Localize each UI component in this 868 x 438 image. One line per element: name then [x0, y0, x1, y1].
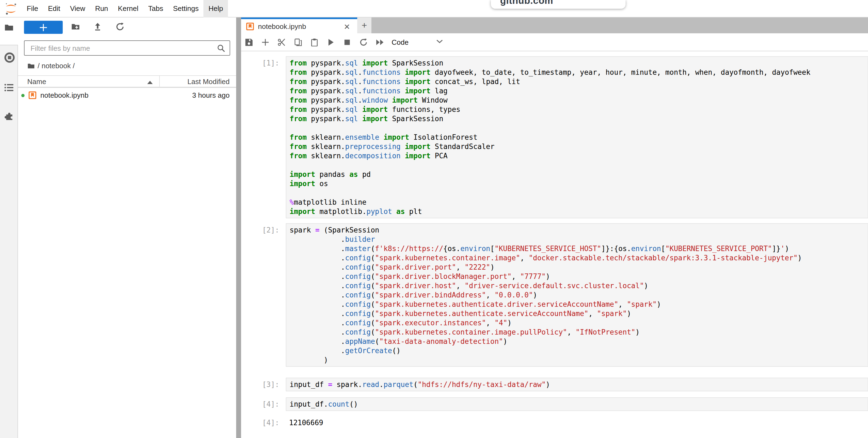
folder-icon — [27, 62, 35, 69]
insert-cell-icon[interactable] — [261, 38, 270, 46]
restart-run-all-icon[interactable] — [376, 38, 384, 46]
panel-splitter[interactable] — [236, 18, 241, 438]
menu-bar: File Edit View Run Kernel Tabs Settings … — [0, 0, 868, 18]
save-icon[interactable] — [245, 38, 253, 46]
sort-ascending-icon — [147, 81, 153, 84]
file-list-header: Name Last Modified — [18, 75, 236, 88]
new-launcher-button[interactable] — [24, 21, 63, 34]
file-name: notebook.ipynb — [40, 91, 88, 99]
code-cell-1: [1]: from pyspark.sql import SparkSessio… — [241, 56, 868, 218]
plus-icon — [39, 23, 48, 31]
dock-tab-bar: notebook.ipynb ✕ + — [241, 18, 868, 33]
copy-icon[interactable] — [294, 38, 302, 46]
file-filter-box — [24, 40, 230, 56]
notebook-file-icon — [246, 22, 254, 30]
paste-icon[interactable] — [310, 38, 318, 46]
menu-view[interactable]: View — [65, 0, 90, 17]
menu-settings[interactable]: Settings — [168, 0, 204, 17]
new-tab-button[interactable]: + — [357, 18, 371, 33]
stop-icon[interactable] — [343, 38, 351, 46]
sidebar-stripe-background — [0, 45, 18, 438]
cell-prompt: [2]: — [241, 223, 279, 235]
notebook-file-icon — [28, 91, 36, 99]
output-value: 12106669 — [286, 418, 323, 427]
menu-file[interactable]: File — [22, 0, 43, 17]
cell-type-value: Code — [392, 38, 408, 47]
output-prompt: [4]: — [241, 418, 279, 427]
restart-icon[interactable] — [360, 38, 368, 46]
file-modified: 3 hours ago — [192, 91, 229, 99]
menu-run[interactable]: Run — [90, 0, 113, 17]
puzzle-icon[interactable] — [4, 111, 14, 121]
upload-icon[interactable] — [93, 22, 102, 31]
search-icon — [217, 44, 225, 52]
cell-input-editor[interactable]: input_df = spark.read.parquet("hdfs://hd… — [286, 378, 868, 391]
cell-output-4: [4]: 12106669 — [241, 418, 868, 427]
notebook-scroll-area[interactable]: [1]: from pyspark.sql import SparkSessio… — [241, 51, 868, 438]
notebook-toolbar: Code — [241, 33, 868, 51]
jupyterlab-window: File Edit View Run Kernel Tabs Settings … — [0, 0, 868, 438]
cell-prompt: [4]: — [241, 397, 279, 409]
cell-prompt: [3]: — [241, 378, 279, 389]
chevron-down-icon — [436, 39, 443, 45]
menu-help[interactable]: Help — [204, 0, 228, 17]
refresh-icon[interactable] — [116, 22, 125, 31]
file-filter-input[interactable] — [29, 43, 217, 53]
cut-icon[interactable] — [278, 38, 286, 46]
menu-edit[interactable]: Edit — [43, 0, 65, 17]
code-cell-4: [4]: input_df.count() — [241, 397, 868, 411]
list-icon[interactable] — [4, 83, 13, 92]
kernel-running-indicator — [21, 94, 25, 97]
github-popup-text: github.com — [491, 0, 626, 6]
tab-notebook[interactable]: notebook.ipynb ✕ — [241, 18, 357, 33]
cell-input-editor[interactable]: spark = (SparkSession .builder .master(f… — [286, 223, 868, 367]
column-last-modified[interactable]: Last Modified — [187, 78, 229, 86]
code-cell-2: [2]: spark = (SparkSession .builder .mas… — [241, 223, 868, 367]
column-name[interactable]: Name — [27, 78, 46, 86]
plus-icon: + — [362, 20, 367, 31]
menu-kernel[interactable]: Kernel — [113, 0, 143, 17]
menu-tabs[interactable]: Tabs — [144, 0, 168, 17]
run-icon[interactable] — [327, 38, 335, 46]
cell-prompt: [1]: — [241, 56, 279, 68]
cell-input-editor[interactable]: from pyspark.sql import SparkSessionfrom… — [286, 56, 868, 218]
github-popup: github.com — [491, 0, 626, 9]
breadcrumb-path: / notebook / — [38, 62, 75, 70]
file-row-notebook[interactable]: notebook.ipynb 3 hours ago — [18, 89, 236, 102]
file-browser-panel: / notebook / Name Last Modified notebook… — [18, 18, 236, 438]
close-icon[interactable]: ✕ — [344, 21, 350, 32]
sidebar-tab-stripe — [0, 18, 18, 438]
jupyter-logo-icon — [4, 2, 18, 15]
main-dock-panel: notebook.ipynb ✕ + — [241, 18, 868, 438]
folder-icon[interactable] — [4, 23, 13, 32]
new-folder-icon[interactable] — [71, 22, 80, 31]
code-cell-3: [3]: input_df = spark.read.parquet("hdfs… — [241, 378, 868, 391]
cell-input-editor[interactable]: input_df.count() — [286, 397, 868, 411]
stop-circle-icon[interactable] — [4, 52, 15, 63]
column-divider — [159, 76, 160, 87]
breadcrumb[interactable]: / notebook / — [27, 62, 75, 70]
cell-type-select[interactable]: Code — [388, 33, 443, 51]
tab-label: notebook.ipynb — [258, 22, 306, 30]
